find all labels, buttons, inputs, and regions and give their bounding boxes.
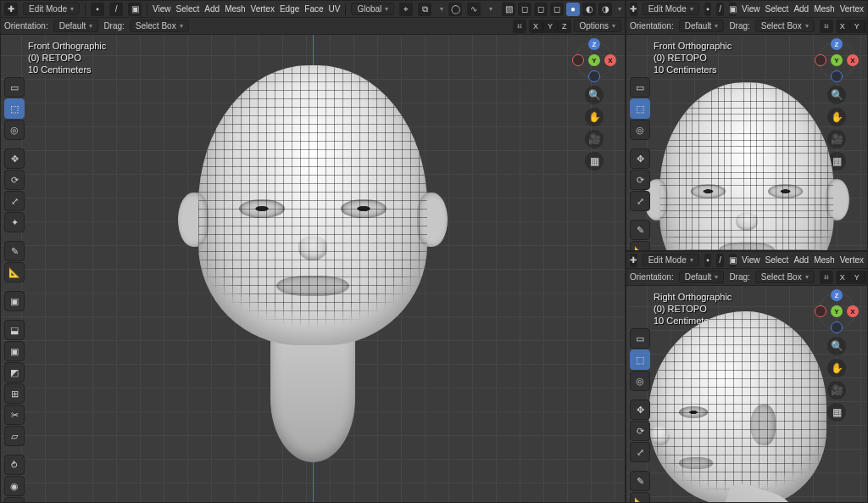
select-mode-face-icon[interactable]: ▣ [729,254,737,267]
viewport-main[interactable]: Front Orthographic (0) RETOPO 10 Centime… [1,35,625,502]
tool-inset[interactable]: ▣ [4,341,25,361]
menu-select[interactable]: Select [176,4,200,14]
orientation-gizmo[interactable]: Z Y X [572,38,616,82]
menu-add[interactable]: Add [793,4,809,14]
nav-camera-icon[interactable]: 🎥 [585,130,604,148]
gizmo-axis-y[interactable]: Y [588,54,600,66]
tool-cursor[interactable]: ▭ [630,77,650,98]
nav-perspective-icon[interactable]: ▦ [827,403,846,422]
drag-dropdown[interactable]: Select Box▾ [755,271,815,283]
tool-cursor[interactable]: ▭ [630,328,650,349]
menu-select[interactable]: Select [765,255,789,265]
gizmo-axis-z[interactable]: Z [831,38,843,50]
menu-view[interactable]: View [742,4,760,14]
shading-material-icon[interactable]: ◐ [582,3,596,16]
menu-mesh[interactable]: Mesh [225,4,245,14]
gizmo-axis-z[interactable]: Z [831,289,843,301]
gizmo-toggle-icon[interactable]: ◻ [534,3,548,16]
snap-icon[interactable]: ⧉ [418,3,431,16]
tool-rotate[interactable]: ⟳ [630,170,650,190]
tool-measure[interactable]: 📐 [4,262,25,282]
menu-add[interactable]: Add [793,255,809,265]
tool-extrude[interactable]: ⬓ [4,320,25,340]
tool-edge-slide[interactable]: ⇄ [4,497,25,502]
tool-scale[interactable]: ⤢ [630,442,650,462]
select-mode-edge-icon[interactable]: / [716,3,724,16]
orientation-dropdown[interactable]: Default▾ [679,20,725,32]
shading-rendered-icon[interactable]: ◑ [598,3,612,16]
gizmo-axis-neg-z[interactable] [588,70,600,82]
tool-poly-build[interactable]: ▱ [4,426,25,446]
axis-x[interactable]: X [529,22,543,31]
menu-select[interactable]: Select [765,4,789,14]
tool-add-cube[interactable]: ▣ [4,291,25,311]
mode-dropdown[interactable]: Edit Mode▾ [23,3,80,15]
menu-vertex[interactable]: Vertex [840,4,864,14]
gizmo-axis-neg-z[interactable] [831,70,843,82]
tool-scale[interactable]: ⤢ [630,191,650,211]
viewport-br[interactable]: Right Orthographic (0) RETOPO 10 Centime… [626,286,867,502]
menu-view[interactable]: View [153,4,171,14]
select-mode-face-icon[interactable]: ▣ [729,3,737,16]
mode-dropdown[interactable]: Edit Mode▾ [643,254,699,266]
menu-view[interactable]: View [742,255,760,265]
select-mode-vertex-icon[interactable]: ▪ [704,3,712,16]
nav-zoom-icon[interactable]: 🔍 [827,337,846,355]
drag-dropdown[interactable]: Select Box▾ [130,20,189,32]
menu-uv[interactable]: UV [329,4,341,14]
gizmo-axis-y[interactable]: Y [831,54,843,66]
proportional-editing-icon[interactable]: ◯ [448,3,462,16]
select-mode-edge-icon[interactable]: / [109,3,123,16]
nav-pan-icon[interactable]: ✋ [585,108,604,126]
retopo-icon[interactable]: ⌗ [820,271,833,284]
axis-z[interactable]: Z [558,22,571,31]
axis-y[interactable]: Y [543,22,558,31]
tool-scale[interactable]: ⤢ [4,191,25,211]
tool-move[interactable]: ✥ [4,148,25,169]
mesh-edit-mode-icon[interactable]: ▧ [502,3,515,16]
nav-camera-icon[interactable]: 🎥 [827,381,846,400]
proportional-falloff-icon[interactable]: ∿ [467,3,481,16]
orientation-gizmo[interactable]: Z Y X [815,38,859,82]
select-mode-vertex-icon[interactable]: ▪ [704,254,712,267]
tool-annotate[interactable]: ✎ [4,241,25,261]
tool-move[interactable]: ✥ [630,400,650,420]
visibility-icon[interactable]: ◻ [518,3,531,16]
nav-pan-icon[interactable]: ✋ [827,359,846,377]
tool-measure[interactable]: 📐 [630,492,650,502]
gizmo-axis-neg-x[interactable] [572,54,584,66]
menu-mesh[interactable]: Mesh [814,255,834,265]
menu-vertex[interactable]: Vertex [251,4,275,14]
tool-annotate[interactable]: ✎ [630,220,650,240]
options-dropdown[interactable]: Options▾ [574,20,621,32]
tool-cursor-3d[interactable]: ◎ [630,371,650,391]
gizmo-axis-neg-z[interactable] [831,321,843,333]
gizmo-axis-x[interactable]: X [604,54,616,66]
menu-mesh[interactable]: Mesh [814,4,834,14]
drag-dropdown[interactable]: Select Box▾ [755,20,815,32]
mode-dropdown[interactable]: Edit Mode▾ [643,3,699,15]
tool-smooth[interactable]: ◉ [4,476,25,496]
select-mode-face-icon[interactable]: ▣ [128,3,142,16]
retopo-icon[interactable]: ⌗ [513,20,526,33]
transform-orientation-dropdown[interactable]: Global▾ [351,3,394,15]
tool-select-box[interactable]: ⬚ [630,98,650,119]
tool-loop-cut[interactable]: ⊞ [4,383,25,404]
viewport-tr[interactable]: Front Orthographic (0) RETOPO 10 Centime… [626,35,867,250]
tool-spin[interactable]: ⥁ [4,455,25,475]
menu-add[interactable]: Add [204,4,220,14]
axis-lock-pill[interactable]: XYZ [836,271,867,284]
gizmo-axis-neg-x[interactable] [815,54,826,66]
tool-rotate[interactable]: ⟳ [630,421,650,441]
tool-cursor-3d[interactable]: ◎ [4,120,25,140]
shading-solid-icon[interactable]: ● [566,3,580,16]
orientation-dropdown[interactable]: Default▾ [53,20,99,32]
tool-measure[interactable]: 📐 [630,241,650,250]
editor-type-icon[interactable]: ✚ [4,3,18,16]
menu-face[interactable]: Face [304,4,323,14]
gizmo-axis-x[interactable]: X [847,305,859,317]
tool-annotate[interactable]: ✎ [630,471,650,491]
select-mode-edge-icon[interactable]: / [716,254,724,267]
gizmo-axis-z[interactable]: Z [588,38,600,50]
axis-lock-pill[interactable]: XYZ [529,20,571,33]
